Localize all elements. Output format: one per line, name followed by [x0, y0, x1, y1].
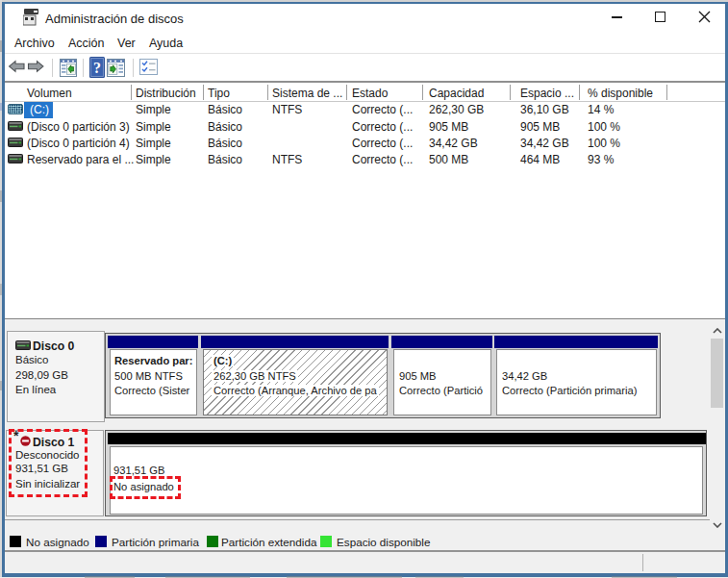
svg-text:?: ?: [93, 60, 101, 76]
